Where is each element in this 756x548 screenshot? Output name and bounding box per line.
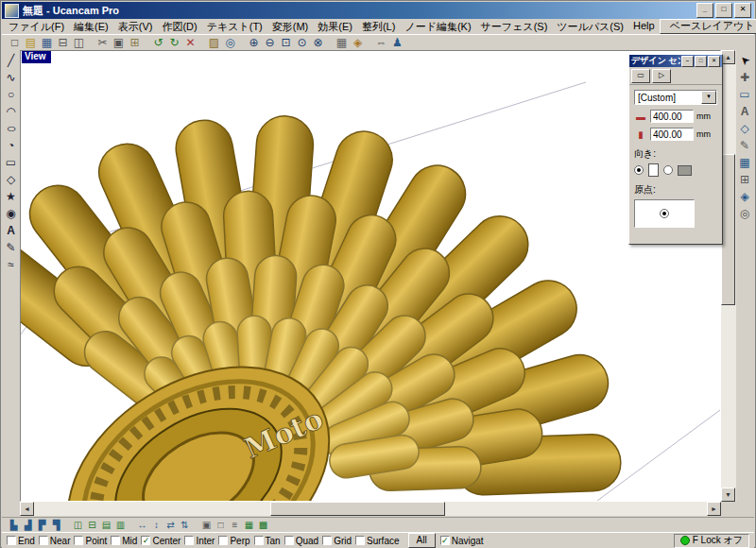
star-tool-icon[interactable]: ★	[3, 188, 20, 205]
snap-tan[interactable]: Tan	[254, 536, 281, 546]
grid-small-icon[interactable]: ▦	[242, 519, 256, 532]
copy-icon[interactable]: ▣	[111, 35, 127, 50]
base-layout-button[interactable]: ベースレイアウト	[660, 19, 756, 34]
new-document-icon[interactable]: □	[7, 35, 23, 50]
dimension-icon[interactable]: ▭	[736, 86, 753, 103]
maximize-button[interactable]: □	[715, 3, 732, 18]
undo-icon[interactable]: ↺	[150, 35, 166, 50]
snap-navigate[interactable]: ✓ Navigat	[440, 536, 484, 546]
array-icon[interactable]: ⊞	[736, 171, 753, 188]
menu-file[interactable]: ファイル(F)	[4, 19, 69, 35]
edit-icon[interactable]: ✎	[736, 137, 753, 154]
menu-node-edit[interactable]: ノード編集(K)	[400, 19, 475, 35]
vertical-scrollbar[interactable]: ▲ ▼	[721, 50, 736, 502]
open-folder-icon[interactable]: ▤	[23, 35, 39, 50]
ungroup-icon[interactable]: □	[214, 519, 228, 532]
material-setup-icon[interactable]: ▨	[206, 35, 222, 50]
shape-icon[interactable]: ◇	[736, 120, 753, 137]
info-icon[interactable]: ◎	[736, 205, 753, 222]
zoom-selected-icon[interactable]: ⊗	[310, 35, 326, 50]
snap-grid[interactable]: Grid	[322, 536, 352, 546]
scroll-left-icon[interactable]: ◄	[20, 502, 34, 516]
scroll-right-icon[interactable]: ►	[707, 502, 721, 516]
vertical-scroll-thumb[interactable]	[721, 154, 735, 305]
save-icon[interactable]: ▦	[39, 35, 55, 50]
align-right-icon[interactable]: ▟	[21, 519, 35, 532]
same-height-icon[interactable]: ↕	[149, 519, 163, 532]
menu-align[interactable]: 整列(L)	[357, 19, 400, 35]
stack-icon[interactable]: ≡	[228, 519, 242, 532]
dropdown-arrow-icon[interactable]: ▼	[701, 91, 716, 104]
group-icon[interactable]: ▣	[199, 519, 214, 532]
snap-perp[interactable]: Perp	[218, 536, 249, 546]
close-button[interactable]: ✕	[734, 3, 751, 18]
vertical-scroll-track[interactable]	[721, 64, 736, 488]
distribute-vertical-icon[interactable]: ▥	[113, 519, 128, 532]
height-field[interactable]	[650, 128, 694, 141]
palette-tab-cursor[interactable]: ▷	[652, 69, 671, 83]
menu-view[interactable]: 表示(V)	[113, 19, 158, 35]
mesh-icon[interactable]: ▦	[736, 154, 753, 171]
polyline-tool-icon[interactable]: ∿	[3, 69, 20, 86]
redo-icon[interactable]: ↻	[166, 35, 182, 50]
simulation-icon[interactable]: ♟	[389, 35, 405, 50]
menu-effect[interactable]: 効果(E)	[313, 19, 357, 35]
scroll-up-icon[interactable]: ▲	[721, 50, 735, 64]
gem-icon[interactable]: ◈	[736, 188, 753, 205]
snap-inter[interactable]: Inter	[184, 536, 215, 546]
snap-mid[interactable]: Mid	[111, 536, 137, 546]
pan-icon[interactable]: ◈	[350, 35, 366, 50]
node-edit-tool-icon[interactable]: ✎	[3, 239, 20, 256]
menu-transform[interactable]: 変形(M)	[267, 19, 314, 35]
pie-tool-icon[interactable]: ◔	[3, 137, 20, 154]
print-preview-icon[interactable]: ◫	[71, 35, 87, 50]
text-tool-icon[interactable]: A	[3, 222, 20, 239]
render-icon[interactable]: ◎	[222, 35, 238, 50]
circle-tool-icon[interactable]: ○	[3, 86, 20, 103]
snap-point[interactable]: Point	[74, 536, 107, 546]
horizontal-scroll-thumb[interactable]	[270, 502, 445, 516]
menu-help[interactable]: Help	[628, 19, 660, 35]
snap-quad[interactable]: Quad	[284, 536, 318, 546]
zoom-window-icon[interactable]: ⊡	[278, 35, 294, 50]
palette-restore-button[interactable]: □	[695, 56, 707, 67]
orientation-landscape-radio[interactable]	[663, 165, 673, 175]
menu-edit[interactable]: 編集(E)	[69, 19, 113, 35]
swap-horizontal-icon[interactable]: ⇄	[163, 519, 178, 532]
snap-all-button[interactable]: All	[408, 533, 436, 548]
polygon-tool-icon[interactable]: ◇	[3, 171, 20, 188]
same-width-icon[interactable]: ↔	[135, 519, 149, 532]
width-field[interactable]	[650, 110, 694, 123]
origin-center-radio[interactable]	[660, 209, 669, 218]
minimize-button[interactable]: _	[696, 3, 713, 18]
palette-title-bar[interactable]: デザイン セン... –□✕	[629, 55, 722, 67]
wave-tool-icon[interactable]: ≈	[3, 256, 20, 273]
pattern-icon[interactable]: ▩	[256, 519, 270, 532]
preset-dropdown[interactable]: [Custom] ▼	[634, 90, 717, 105]
distribute-horizontal-icon[interactable]: ▤	[99, 519, 113, 532]
align-top-icon[interactable]: ▛	[35, 519, 49, 532]
zoom-extents-icon[interactable]: ⊙	[294, 35, 310, 50]
orientation-portrait-radio[interactable]	[634, 165, 644, 175]
paste-icon[interactable]: ⊞	[127, 35, 143, 50]
horizontal-scroll-track[interactable]	[34, 502, 707, 516]
snap-near[interactable]: Near	[39, 536, 71, 546]
origin-selector[interactable]	[634, 199, 695, 228]
zoom-in-icon[interactable]: ⊕	[246, 35, 262, 50]
palette-tab-page[interactable]: ▭	[631, 69, 650, 83]
scroll-down-icon[interactable]: ▼	[721, 488, 735, 502]
center-vertical-icon[interactable]: ⊟	[85, 519, 99, 532]
align-left-icon[interactable]: ▙	[7, 519, 21, 532]
zoom-out-icon[interactable]: ⊖	[262, 35, 278, 50]
menu-text[interactable]: テキスト(T)	[202, 19, 267, 35]
snap-end[interactable]: End	[7, 536, 35, 546]
center-horizontal-icon[interactable]: ◫	[71, 519, 85, 532]
align-bottom-icon[interactable]: ▜	[49, 519, 63, 532]
viewport-3d[interactable]: Moto	[20, 50, 721, 502]
menu-toolpath[interactable]: ツールパス(S)	[552, 19, 628, 35]
rectangle-tool-icon[interactable]: ▭	[3, 154, 20, 171]
measure-icon[interactable]: ⇔	[373, 35, 389, 50]
menu-draw[interactable]: 作図(D)	[157, 19, 201, 35]
line-tool-icon[interactable]: ╱	[3, 52, 20, 69]
text-edit-icon[interactable]: A	[736, 103, 753, 120]
